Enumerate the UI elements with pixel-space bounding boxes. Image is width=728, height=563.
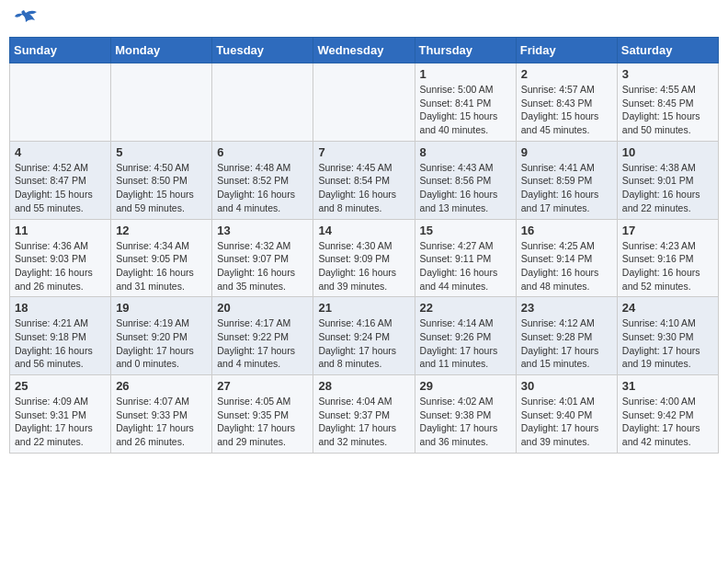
calendar-week-5: 25Sunrise: 4:09 AM Sunset: 9:31 PM Dayli… bbox=[10, 375, 719, 454]
day-info: Sunrise: 4:41 AM Sunset: 8:59 PM Dayligh… bbox=[521, 161, 612, 215]
calendar-cell: 2Sunrise: 4:57 AM Sunset: 8:43 PM Daylig… bbox=[516, 63, 617, 142]
calendar-cell: 29Sunrise: 4:02 AM Sunset: 9:38 PM Dayli… bbox=[415, 375, 516, 454]
day-number: 9 bbox=[521, 145, 612, 159]
calendar-cell: 20Sunrise: 4:17 AM Sunset: 9:22 PM Dayli… bbox=[212, 297, 313, 375]
calendar-cell: 17Sunrise: 4:23 AM Sunset: 9:16 PM Dayli… bbox=[617, 219, 718, 297]
day-info: Sunrise: 4:17 AM Sunset: 9:22 PM Dayligh… bbox=[217, 316, 308, 371]
weekday-header-friday: Friday bbox=[516, 38, 617, 63]
day-info: Sunrise: 4:01 AM Sunset: 9:40 PM Dayligh… bbox=[521, 395, 612, 449]
day-number: 14 bbox=[318, 224, 409, 237]
calendar-cell: 23Sunrise: 4:12 AM Sunset: 9:28 PM Dayli… bbox=[516, 297, 617, 375]
day-number: 28 bbox=[318, 379, 409, 393]
calendar-cell: 11Sunrise: 4:36 AM Sunset: 9:03 PM Dayli… bbox=[10, 219, 111, 297]
day-number: 16 bbox=[521, 224, 612, 237]
calendar-cell: 18Sunrise: 4:21 AM Sunset: 9:18 PM Dayli… bbox=[10, 297, 111, 375]
calendar-cell: 14Sunrise: 4:30 AM Sunset: 9:09 PM Dayli… bbox=[313, 219, 415, 297]
day-number: 17 bbox=[622, 224, 713, 237]
day-number: 23 bbox=[521, 301, 612, 315]
day-number: 8 bbox=[420, 145, 511, 159]
weekday-header-wednesday: Wednesday bbox=[313, 38, 415, 63]
calendar-cell: 28Sunrise: 4:04 AM Sunset: 9:37 PM Dayli… bbox=[313, 375, 415, 454]
day-number: 6 bbox=[217, 145, 308, 159]
calendar-cell bbox=[313, 63, 415, 142]
calendar-cell: 16Sunrise: 4:25 AM Sunset: 9:14 PM Dayli… bbox=[516, 219, 617, 297]
day-number: 10 bbox=[622, 145, 713, 159]
day-info: Sunrise: 4:05 AM Sunset: 9:35 PM Dayligh… bbox=[217, 395, 308, 449]
day-number: 25 bbox=[15, 379, 106, 393]
day-info: Sunrise: 5:00 AM Sunset: 8:41 PM Dayligh… bbox=[420, 83, 511, 137]
weekday-header-tuesday: Tuesday bbox=[212, 38, 313, 63]
day-number: 30 bbox=[521, 379, 612, 393]
day-info: Sunrise: 4:07 AM Sunset: 9:33 PM Dayligh… bbox=[116, 395, 207, 449]
day-number: 22 bbox=[420, 301, 511, 315]
day-info: Sunrise: 4:19 AM Sunset: 9:20 PM Dayligh… bbox=[116, 316, 207, 371]
calendar-week-2: 4Sunrise: 4:52 AM Sunset: 8:47 PM Daylig… bbox=[10, 141, 719, 219]
day-info: Sunrise: 4:52 AM Sunset: 8:47 PM Dayligh… bbox=[15, 161, 106, 215]
calendar-cell: 7Sunrise: 4:45 AM Sunset: 8:54 PM Daylig… bbox=[313, 141, 415, 219]
weekday-header-sunday: Sunday bbox=[10, 38, 111, 63]
calendar-cell: 25Sunrise: 4:09 AM Sunset: 9:31 PM Dayli… bbox=[10, 375, 111, 454]
calendar-cell: 3Sunrise: 4:55 AM Sunset: 8:45 PM Daylig… bbox=[617, 63, 718, 142]
day-number: 26 bbox=[116, 379, 207, 393]
day-number: 13 bbox=[217, 224, 308, 237]
page-header bbox=[9, 9, 719, 29]
calendar-week-3: 11Sunrise: 4:36 AM Sunset: 9:03 PM Dayli… bbox=[10, 219, 719, 297]
day-number: 31 bbox=[622, 379, 713, 393]
day-info: Sunrise: 4:14 AM Sunset: 9:26 PM Dayligh… bbox=[420, 316, 511, 371]
calendar-table: SundayMondayTuesdayWednesdayThursdayFrid… bbox=[9, 37, 719, 454]
day-number: 19 bbox=[116, 301, 207, 315]
calendar-cell: 24Sunrise: 4:10 AM Sunset: 9:30 PM Dayli… bbox=[617, 297, 718, 375]
day-info: Sunrise: 4:09 AM Sunset: 9:31 PM Dayligh… bbox=[15, 395, 106, 449]
day-info: Sunrise: 4:50 AM Sunset: 8:50 PM Dayligh… bbox=[116, 161, 207, 215]
calendar-cell: 13Sunrise: 4:32 AM Sunset: 9:07 PM Dayli… bbox=[212, 219, 313, 297]
calendar-cell bbox=[212, 63, 313, 142]
calendar-cell: 10Sunrise: 4:38 AM Sunset: 9:01 PM Dayli… bbox=[617, 141, 718, 219]
day-info: Sunrise: 4:00 AM Sunset: 9:42 PM Dayligh… bbox=[622, 395, 713, 449]
calendar-cell: 26Sunrise: 4:07 AM Sunset: 9:33 PM Dayli… bbox=[111, 375, 212, 454]
day-number: 3 bbox=[622, 67, 713, 81]
calendar-cell: 4Sunrise: 4:52 AM Sunset: 8:47 PM Daylig… bbox=[10, 141, 111, 219]
calendar-cell: 22Sunrise: 4:14 AM Sunset: 9:26 PM Dayli… bbox=[415, 297, 516, 375]
calendar-cell: 8Sunrise: 4:43 AM Sunset: 8:56 PM Daylig… bbox=[415, 141, 516, 219]
logo-icon bbox=[13, 9, 39, 29]
day-info: Sunrise: 4:55 AM Sunset: 8:45 PM Dayligh… bbox=[622, 83, 713, 137]
day-info: Sunrise: 4:32 AM Sunset: 9:07 PM Dayligh… bbox=[217, 239, 308, 293]
day-info: Sunrise: 4:27 AM Sunset: 9:11 PM Dayligh… bbox=[420, 239, 511, 293]
calendar-cell bbox=[111, 63, 212, 142]
day-number: 29 bbox=[420, 379, 511, 393]
logo bbox=[13, 9, 42, 29]
day-number: 1 bbox=[420, 67, 511, 81]
day-info: Sunrise: 4:04 AM Sunset: 9:37 PM Dayligh… bbox=[318, 395, 409, 449]
calendar-cell: 12Sunrise: 4:34 AM Sunset: 9:05 PM Dayli… bbox=[111, 219, 212, 297]
calendar-cell: 21Sunrise: 4:16 AM Sunset: 9:24 PM Dayli… bbox=[313, 297, 415, 375]
day-info: Sunrise: 4:43 AM Sunset: 8:56 PM Dayligh… bbox=[420, 161, 511, 215]
day-number: 5 bbox=[116, 145, 207, 159]
calendar-cell bbox=[10, 63, 111, 142]
weekday-header-saturday: Saturday bbox=[617, 38, 718, 63]
day-info: Sunrise: 4:36 AM Sunset: 9:03 PM Dayligh… bbox=[15, 239, 106, 293]
day-info: Sunrise: 4:16 AM Sunset: 9:24 PM Dayligh… bbox=[318, 316, 409, 371]
weekday-header-monday: Monday bbox=[111, 38, 212, 63]
day-info: Sunrise: 4:48 AM Sunset: 8:52 PM Dayligh… bbox=[217, 161, 308, 215]
day-info: Sunrise: 4:38 AM Sunset: 9:01 PM Dayligh… bbox=[622, 161, 713, 215]
day-number: 24 bbox=[622, 301, 713, 315]
day-number: 12 bbox=[116, 224, 207, 237]
day-number: 11 bbox=[15, 224, 106, 237]
day-number: 18 bbox=[15, 301, 106, 315]
calendar-cell: 31Sunrise: 4:00 AM Sunset: 9:42 PM Dayli… bbox=[617, 375, 718, 454]
calendar-cell: 9Sunrise: 4:41 AM Sunset: 8:59 PM Daylig… bbox=[516, 141, 617, 219]
day-info: Sunrise: 4:34 AM Sunset: 9:05 PM Dayligh… bbox=[116, 239, 207, 293]
calendar-cell: 6Sunrise: 4:48 AM Sunset: 8:52 PM Daylig… bbox=[212, 141, 313, 219]
calendar-cell: 1Sunrise: 5:00 AM Sunset: 8:41 PM Daylig… bbox=[415, 63, 516, 142]
day-number: 15 bbox=[420, 224, 511, 237]
calendar-cell: 27Sunrise: 4:05 AM Sunset: 9:35 PM Dayli… bbox=[212, 375, 313, 454]
day-info: Sunrise: 4:25 AM Sunset: 9:14 PM Dayligh… bbox=[521, 239, 612, 293]
day-number: 4 bbox=[15, 145, 106, 159]
day-info: Sunrise: 4:30 AM Sunset: 9:09 PM Dayligh… bbox=[318, 239, 409, 293]
calendar-week-4: 18Sunrise: 4:21 AM Sunset: 9:18 PM Dayli… bbox=[10, 297, 719, 375]
calendar-cell: 5Sunrise: 4:50 AM Sunset: 8:50 PM Daylig… bbox=[111, 141, 212, 219]
day-number: 21 bbox=[318, 301, 409, 315]
day-info: Sunrise: 4:23 AM Sunset: 9:16 PM Dayligh… bbox=[622, 239, 713, 293]
day-info: Sunrise: 4:02 AM Sunset: 9:38 PM Dayligh… bbox=[420, 395, 511, 449]
day-info: Sunrise: 4:10 AM Sunset: 9:30 PM Dayligh… bbox=[622, 316, 713, 371]
